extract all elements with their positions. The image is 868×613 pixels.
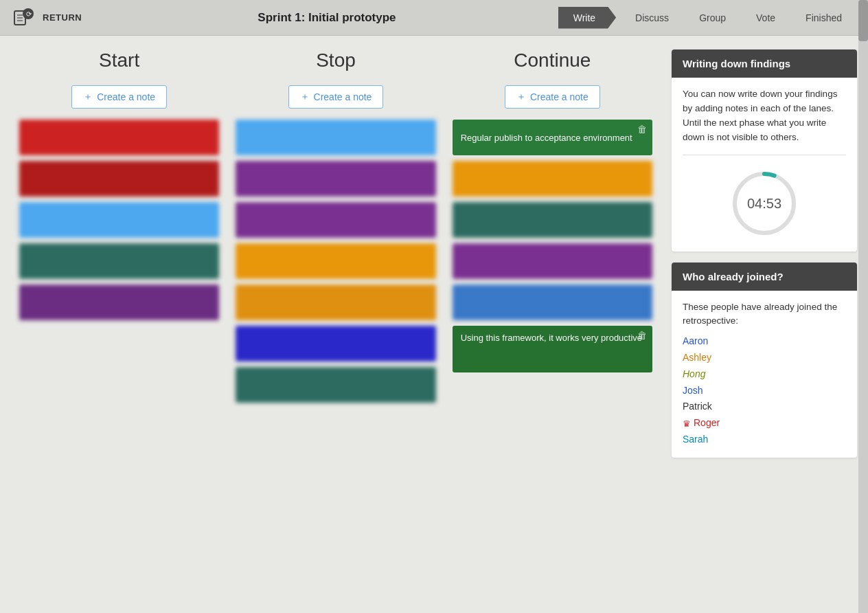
who-joined-header: Who already joined? [672,263,857,291]
timer-display: 04:53 [747,195,781,211]
note-card [236,202,435,238]
continue-column-title: Continue [453,49,652,71]
note-card [236,326,435,361]
findings-panel-body: You can now write down your findings by … [672,78,857,252]
findings-text: You can now write down your findings by … [683,87,846,145]
stop-column-title: Stop [236,49,435,71]
scrollbar[interactable] [858,0,868,613]
who-joined-panel: Who already joined? These people have al… [672,263,857,458]
nav-group[interactable]: Group [684,7,741,29]
note-card-regular-publish[interactable]: Regular publish to acceptance environmen… [453,120,652,155]
stop-column: Stop ＋ Create a note [227,49,444,469]
note-card [236,367,435,403]
participant-hong: Hong [683,366,846,383]
crown-icon: ♛ [683,419,691,429]
timer-container: 04:53 [683,162,846,242]
delete-icon[interactable]: 🗑 [637,330,647,341]
participant-ashley: Ashley [683,350,846,366]
note-card [453,243,652,279]
note-text: Regular publish to acceptance environmen… [461,133,632,143]
participant-list: Aaron Ashley Hong Josh Patrick ♛ Roger S… [683,333,846,448]
note-card [236,120,435,155]
note-card [19,202,219,238]
findings-panel-header: Writing down findings [672,49,857,78]
note-card [453,161,652,197]
nav-vote[interactable]: Vote [741,7,790,29]
timer: 04:53 [730,169,799,238]
note-text: Using this framework, it works very prod… [461,333,642,343]
note-card [236,285,435,320]
return-label[interactable]: RETURN [43,12,82,23]
note-card [19,120,219,155]
main-content: Start ＋ Create a note Stop ＋ Create a no… [0,36,868,482]
app-logo: ⟳ [11,5,37,31]
scrollbar-thumb[interactable] [858,0,868,41]
findings-panel: Writing down findings You can now write … [672,49,857,252]
header: ⟳ RETURN Sprint 1: Initial prototype Wri… [0,0,868,36]
plus-icon-start: ＋ [83,91,93,103]
participant-patrick: Patrick [683,399,846,415]
delete-icon[interactable]: 🗑 [637,124,647,135]
create-note-stop[interactable]: ＋ Create a note [288,85,384,109]
nav-write[interactable]: Write [558,7,616,29]
start-column-title: Start [19,49,219,71]
note-card [19,243,219,279]
plus-icon-continue: ＋ [516,91,526,103]
create-note-start[interactable]: ＋ Create a note [71,85,167,109]
plus-icon-stop: ＋ [300,91,310,103]
note-card [236,161,435,197]
who-joined-body: These people have already joined the ret… [672,291,857,458]
note-card [19,161,219,197]
nav-finished[interactable]: Finished [790,7,857,29]
note-card [453,202,652,238]
note-card-framework[interactable]: Using this framework, it works very prod… [453,326,652,372]
create-note-stop-label: Create a note [314,91,372,102]
note-card [453,285,652,320]
sidebar: Writing down findings You can now write … [672,49,857,469]
page-title: Sprint 1: Initial prototype [95,11,558,25]
participant-josh: Josh [683,383,846,399]
columns-area: Start ＋ Create a note Stop ＋ Create a no… [11,49,661,469]
continue-column: Continue ＋ Create a note Regular publish… [444,49,661,469]
note-card [236,243,435,279]
start-column: Start ＋ Create a note [11,49,227,469]
participant-sarah: Sarah [683,432,846,448]
create-note-start-label: Create a note [97,91,155,102]
participant-roger-row: ♛ Roger [683,415,846,432]
create-note-continue[interactable]: ＋ Create a note [505,85,600,109]
who-joined-intro: These people have already joined the ret… [683,300,846,328]
participant-aaron: Aaron [683,333,846,350]
nav-discuss[interactable]: Discuss [616,7,684,29]
svg-text:⟳: ⟳ [26,10,32,18]
create-note-continue-label: Create a note [530,91,589,102]
participant-roger: Roger [694,415,720,432]
phase-nav: Write Discuss Group Vote Finished [558,7,857,29]
note-card [19,285,219,320]
